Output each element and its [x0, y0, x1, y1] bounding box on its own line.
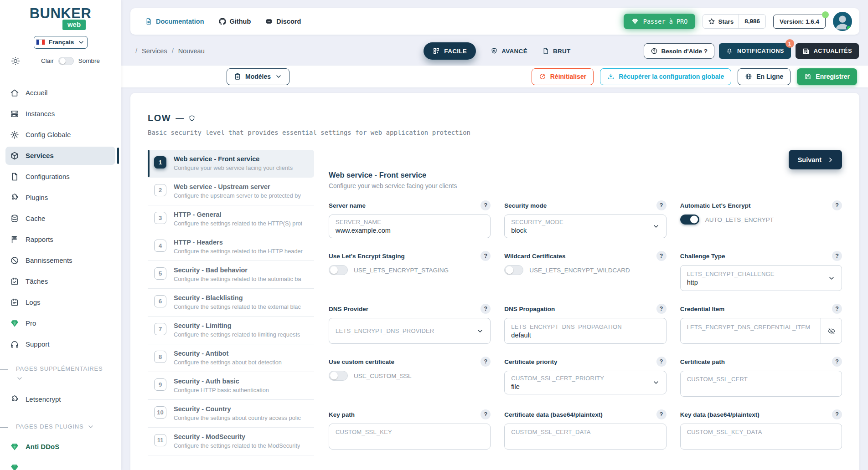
wizard-step-11[interactable]: 11 Security - ModSecurity Configure the …: [148, 428, 314, 455]
key-data-textarea[interactable]: CUSTOM_SSL_KEY_DATA: [680, 424, 842, 450]
help-icon[interactable]: ?: [832, 251, 842, 261]
wizard-step-2[interactable]: 2 Web service - Upstream server Configur…: [148, 178, 314, 205]
notifications-button[interactable]: NOTIFICATIONS 1: [719, 43, 791, 59]
discord-link[interactable]: Discord: [265, 18, 301, 25]
chevron-down-icon[interactable]: [87, 423, 94, 430]
chevron-down-icon[interactable]: [16, 375, 23, 382]
step-title: Security - ModSecurity: [174, 433, 300, 440]
credential-item-input[interactable]: LETS_ENCRYPT_DNS_CREDENTIAL_ITEM: [680, 318, 842, 344]
wizard-step-10[interactable]: 10 Security - Country Configure the sett…: [148, 400, 314, 428]
chevron-right-icon: [827, 156, 834, 163]
pro-button-label: Passer à PRO: [643, 18, 688, 25]
tab-brut[interactable]: BRUT: [542, 47, 571, 55]
wizard-step-9[interactable]: 9 Security - Auth basic Configure HTTP b…: [148, 372, 314, 400]
breadcrumb-services[interactable]: Services: [142, 47, 167, 55]
help-icon[interactable]: ?: [832, 304, 842, 314]
wizard-step-8[interactable]: 8 Security - Antibot Configure the setti…: [148, 344, 314, 372]
theme-toggle[interactable]: [58, 57, 74, 65]
online-label: En Ligne: [756, 73, 783, 80]
step-subtitle: Configure the settings related to the au…: [174, 276, 301, 282]
certificate-priority-select[interactable]: CUSTOM_SSL_CERT_PRIORITY file: [504, 371, 666, 394]
wizard-step-7[interactable]: 7 Security - Limiting Configure the sett…: [148, 317, 314, 344]
certificate-path-textarea[interactable]: CUSTOM_SSL_CERT: [680, 371, 842, 397]
help-icon[interactable]: ?: [480, 357, 491, 367]
upgrade-pro-button[interactable]: Passer à PRO: [624, 14, 696, 29]
sidebar: BUNKER web Français Clair Sombre Accueil: [0, 0, 121, 470]
help-icon[interactable]: ?: [480, 304, 491, 314]
sidebar-item-services[interactable]: Services: [5, 147, 115, 165]
sidebar-item-support[interactable]: Support: [5, 335, 115, 353]
security-mode-select[interactable]: SECURITY_MODE block: [504, 215, 666, 238]
auto-lets-encrypt-toggle[interactable]: [680, 215, 699, 225]
sidebar-item-configurations[interactable]: Configurations: [5, 168, 115, 186]
link-label: Github: [230, 18, 251, 25]
sidebar-item-pro[interactable]: Pro: [5, 314, 115, 332]
wizard-step-5[interactable]: 5 Security - Bad behavior Configure the …: [148, 261, 314, 289]
field-challenge-type: Challenge Type ? LETS_ENCRYPT_CHALLENGE …: [680, 251, 842, 291]
sidebar-item-logs[interactable]: Logs: [5, 293, 115, 312]
step-subtitle: Configure the settings related to the HT…: [174, 248, 303, 255]
fetch-global-config-button[interactable]: Récupérer la configuration globale: [600, 68, 731, 85]
help-icon[interactable]: ?: [480, 409, 491, 419]
help-button[interactable]: Besoin d'Aide ?: [644, 43, 714, 59]
github-link[interactable]: Github: [219, 18, 251, 25]
reset-button[interactable]: Réinitialiser: [532, 68, 594, 85]
challenge-type-select[interactable]: LETS_ENCRYPT_CHALLENGE http: [680, 265, 842, 291]
tab-avance[interactable]: AVANCÉ: [491, 47, 527, 55]
flag-icon: [10, 235, 19, 244]
online-status-dot: [846, 25, 852, 31]
certificate-data-textarea[interactable]: CUSTOM_SSL_CERT_DATA: [504, 424, 666, 450]
field-label: DNS Provider: [329, 306, 368, 312]
star-icon: [708, 18, 715, 25]
sidebar-item-instances[interactable]: Instances: [5, 105, 115, 123]
sidebar-nav: Accueil Instances Config Globale Service…: [0, 84, 121, 353]
dns-provider-select[interactable]: LETS_ENCRYPT_DNS_PROVIDER: [329, 318, 491, 344]
help-icon[interactable]: ?: [656, 409, 666, 419]
help-icon[interactable]: ?: [480, 251, 491, 261]
toggle-visibility-button[interactable]: [821, 318, 842, 343]
sidebar-item-taches[interactable]: Tâches: [5, 272, 115, 291]
documentation-link[interactable]: Documentation: [145, 18, 204, 25]
wizard-step-1[interactable]: 1 Web service - Front service Configure …: [148, 150, 314, 178]
step-subtitle: Configure the upstream server to be prot…: [174, 192, 301, 199]
sidebar-item-rapports[interactable]: Rapports: [5, 230, 115, 249]
wizard-step-4[interactable]: 4 HTTP - Headers Configure the settings …: [148, 233, 314, 261]
lets-encrypt-staging-toggle[interactable]: [329, 265, 348, 275]
sidebar-item-config-globale[interactable]: Config Globale: [5, 126, 115, 144]
section-label: PAGES SUPPLÉMENTAIRES: [16, 365, 103, 372]
sidebar-item-anti-ddos[interactable]: Anti DDoS: [5, 438, 115, 456]
sidebar-item-accueil[interactable]: Accueil: [5, 84, 115, 102]
sidebar-item-cropped[interactable]: [5, 459, 115, 470]
help-icon[interactable]: ?: [480, 200, 491, 210]
sidebar-item-letsencrypt[interactable]: Letsencrypt: [5, 390, 115, 409]
tab-facile[interactable]: FACILE: [424, 42, 476, 60]
wizard-step-6[interactable]: 6 Security - Blacklisting Configure the …: [148, 289, 314, 317]
wildcard-certificates-toggle[interactable]: [504, 265, 523, 275]
calendar-check-icon: [10, 277, 19, 286]
online-button[interactable]: En Ligne: [738, 68, 790, 85]
use-custom-ssl-toggle[interactable]: [329, 371, 348, 381]
language-selector[interactable]: Français: [34, 36, 88, 49]
github-stars-badge[interactable]: Stars 8,986: [703, 14, 766, 29]
templates-dropdown[interactable]: Modèles: [227, 68, 289, 85]
sidebar-item-bannissements[interactable]: Bannissements: [5, 251, 115, 270]
help-icon[interactable]: ?: [832, 357, 842, 367]
field-label: Certificate path: [680, 358, 725, 365]
avatar[interactable]: [833, 12, 852, 31]
key-path-textarea[interactable]: CUSTOM_SSL_KEY: [329, 424, 491, 450]
news-button[interactable]: ACTUALITÉS: [796, 43, 859, 59]
next-button[interactable]: Suivant: [789, 150, 842, 169]
dns-propagation-input[interactable]: LETS_ENCRYPT_DNS_PROPAGATION default: [504, 318, 666, 344]
wizard-step-3[interactable]: 3 HTTP - General Configure the settings …: [148, 205, 314, 233]
sidebar-item-cache[interactable]: Cache: [5, 209, 115, 228]
help-icon[interactable]: ?: [656, 251, 666, 261]
server-name-input[interactable]: SERVER_NAME www.example.com: [329, 215, 491, 238]
tab-label: FACILE: [444, 48, 467, 55]
help-icon[interactable]: ?: [832, 200, 842, 210]
help-icon[interactable]: ?: [832, 409, 842, 419]
help-icon[interactable]: ?: [656, 357, 666, 367]
help-icon[interactable]: ?: [656, 304, 666, 314]
sidebar-item-plugins[interactable]: Plugins: [5, 189, 115, 207]
help-icon[interactable]: ?: [656, 200, 666, 210]
save-button[interactable]: Enregistrer: [797, 68, 857, 85]
